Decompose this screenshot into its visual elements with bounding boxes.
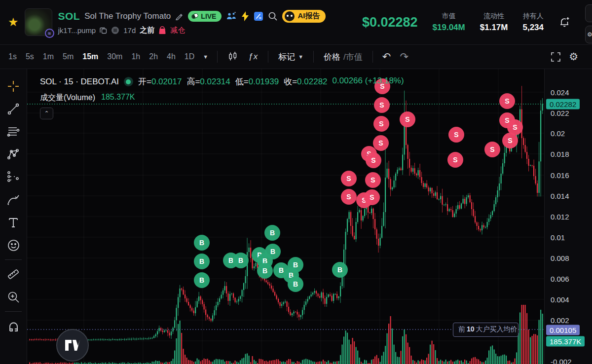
- buy-marker[interactable]: B: [265, 244, 281, 259]
- high-value: 0.02314: [200, 77, 230, 86]
- tf-30m[interactable]: 30m: [103, 50, 127, 63]
- sell-marker[interactable]: S: [448, 127, 464, 143]
- sell-marker[interactable]: S: [366, 152, 381, 168]
- stat-marketcap: 市值 $19.04M: [433, 12, 465, 33]
- svg-text:B: B: [293, 280, 298, 288]
- tf-1s[interactable]: 1s: [4, 50, 21, 63]
- close-value: 0.02282: [297, 77, 327, 86]
- fullscreen-icon[interactable]: [551, 52, 561, 62]
- buy-marker[interactable]: B: [257, 263, 273, 279]
- undo-button[interactable]: ↶: [378, 51, 396, 63]
- pill-icon: [191, 12, 199, 19]
- sell-marker[interactable]: S: [341, 171, 357, 186]
- token-header: ★ ≋ SOL Sol The Trophy Tomato LIVE: [0, 0, 592, 44]
- sell-marker[interactable]: S: [341, 189, 357, 205]
- tf-1m[interactable]: 1m: [38, 50, 58, 63]
- chart-type-icon[interactable]: [222, 51, 243, 62]
- svg-text:B: B: [228, 256, 233, 264]
- whale-avg-price-label: 前10大户买入均价: [453, 323, 518, 337]
- svg-text:B: B: [279, 266, 284, 274]
- price-axis[interactable]: 0.0240.0220.020.0180.0160.0140.0120.010.…: [544, 69, 592, 364]
- edge-settings-button[interactable]: ⚙: [585, 26, 592, 43]
- axis-tick-label: 0.016: [551, 171, 569, 180]
- mark-dropdown[interactable]: 标记 ▼: [273, 51, 308, 63]
- svg-text:B: B: [199, 239, 204, 247]
- buy-marker[interactable]: B: [194, 272, 210, 288]
- chart-legend: SOL · 15 · DEBOT.AI 开=0.02017 高=0.02314 …: [40, 76, 404, 119]
- sell-marker[interactable]: S: [447, 152, 463, 168]
- text-tool-icon[interactable]: [2, 211, 24, 234]
- svg-text:S: S: [490, 146, 494, 153]
- search-icon[interactable]: [268, 11, 278, 21]
- alert-bell-icon[interactable]: [558, 16, 570, 28]
- ai-report-button[interactable]: AI报告: [282, 10, 326, 23]
- sell-marker[interactable]: S: [364, 189, 380, 205]
- copy-icon[interactable]: [100, 27, 107, 34]
- buy-marker[interactable]: B: [233, 253, 249, 268]
- axis-tick-label: 0.014: [551, 192, 569, 200]
- open-value: 0.02017: [151, 77, 182, 86]
- tf-1d[interactable]: 1D: [180, 50, 199, 63]
- flash-icon[interactable]: [241, 11, 249, 21]
- sell-marker[interactable]: S: [499, 93, 515, 109]
- settings-gear-icon[interactable]: ⚙: [569, 51, 578, 63]
- timeframe-dropdown-icon[interactable]: ▼: [199, 54, 212, 60]
- axis-price-badge: 185.377K: [546, 336, 585, 347]
- sell-marker[interactable]: S: [502, 133, 518, 148]
- buy-marker[interactable]: B: [194, 254, 210, 269]
- buy-marker[interactable]: B: [194, 235, 210, 251]
- sell-marker[interactable]: S: [365, 172, 381, 188]
- svg-text:B: B: [238, 256, 243, 264]
- sell-marker[interactable]: S: [373, 135, 389, 151]
- buy-marker[interactable]: B: [288, 276, 303, 292]
- price-mcap-toggle[interactable]: 价格/市值: [319, 51, 368, 63]
- redo-button[interactable]: ↷: [395, 51, 413, 63]
- explorer-icon[interactable]: [111, 26, 119, 35]
- status-dot-icon[interactable]: [124, 77, 133, 86]
- fib-tool-icon[interactable]: [2, 120, 24, 143]
- tf-2h[interactable]: 2h: [145, 50, 162, 63]
- live-badge: LIVE: [188, 11, 222, 22]
- axis-price-badge: 0.00105: [546, 325, 580, 335]
- stat-liquidity: 流动性 $1.17M: [480, 12, 508, 33]
- svg-text:B: B: [337, 266, 342, 274]
- change-value: 0.00266 (+13.18%): [333, 76, 404, 87]
- tf-4h[interactable]: 4h: [162, 50, 180, 63]
- axis-tick-label: 0.018: [551, 150, 569, 158]
- tf-5s[interactable]: 5s: [21, 50, 38, 63]
- edit-icon[interactable]: [175, 12, 184, 20]
- edge-panel-button[interactable]: [585, 4, 592, 22]
- tf-15m[interactable]: 15m: [78, 50, 103, 63]
- volume-label: 成交量(Volume): [40, 93, 95, 103]
- chart-area[interactable]: BBBBBBPBBBBBBBBSSSSSSSSSSSSSSSSSSS SOL ·…: [27, 69, 544, 364]
- tf-1h[interactable]: 1h: [127, 50, 145, 63]
- tf-5m[interactable]: 5m: [58, 50, 78, 63]
- favorite-star-icon[interactable]: ★: [8, 15, 19, 29]
- token-symbol: SOL: [58, 10, 80, 22]
- svg-text:S: S: [405, 115, 409, 123]
- buy-marker[interactable]: B: [332, 262, 348, 278]
- legend-collapse-button[interactable]: ⌃: [40, 108, 53, 119]
- volume-value: 185.377K: [101, 93, 135, 103]
- brush-tool-icon[interactable]: [2, 188, 24, 211]
- sell-marker[interactable]: S: [484, 142, 500, 157]
- buy-marker[interactable]: B: [264, 225, 280, 241]
- crosshair-tool-icon[interactable]: [2, 75, 24, 98]
- note-icon[interactable]: [254, 11, 263, 21]
- emoji-tool-icon[interactable]: [2, 234, 24, 256]
- marketcap-value: $19.04M: [433, 23, 465, 33]
- zoom-in-tool-icon[interactable]: [2, 286, 24, 308]
- pattern-tool-icon[interactable]: [2, 143, 24, 166]
- forecast-tool-icon[interactable]: [2, 166, 24, 188]
- indicators-fx-button[interactable]: ƒx: [243, 52, 263, 62]
- ai-report-label: AI报告: [297, 11, 320, 21]
- community-icon[interactable]: [226, 11, 237, 21]
- trendline-tool-icon[interactable]: [2, 98, 24, 120]
- contract-address[interactable]: jk1T...pump: [58, 26, 96, 35]
- chain-badge-icon: ≋: [45, 29, 54, 38]
- ai-bot-icon: [285, 11, 295, 21]
- tradingview-logo[interactable]: [56, 329, 89, 362]
- ruler-tool-icon[interactable]: [2, 263, 24, 286]
- reduce-position-label[interactable]: 减仓: [170, 26, 185, 35]
- magnet-tool-icon[interactable]: [2, 315, 24, 337]
